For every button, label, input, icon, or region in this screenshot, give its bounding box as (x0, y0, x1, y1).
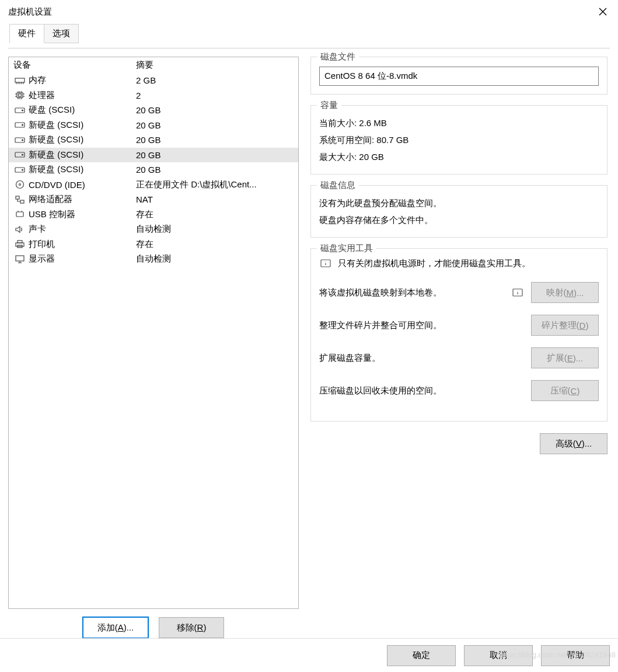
capacity-max-value: 20 GB (359, 152, 384, 162)
device-row[interactable]: 处理器2 (9, 88, 298, 103)
svg-rect-37 (16, 243, 24, 246)
utility-desc: 整理文件碎片并整合可用空间。 (319, 320, 524, 331)
add-button[interactable]: 添加(A)... (83, 617, 148, 638)
svg-rect-38 (18, 241, 22, 243)
device-row[interactable]: 声卡自动检测 (9, 222, 298, 237)
display-icon (13, 254, 26, 264)
device-row[interactable]: 显示器自动检测 (9, 252, 298, 267)
svg-rect-40 (16, 256, 24, 261)
content: 设备 摘要 内存2 GB处理器2硬盘 (SCSI)20 GB新硬盘 (SCSI)… (8, 48, 610, 638)
right-pane: 磁盘文件 CentOS 8 64 位-8.vmdk 容量 当前大小: 2.6 M… (310, 57, 610, 638)
dialog-footer: 确定 取消 帮助 (0, 638, 618, 672)
device-summary: 20 GB (136, 135, 294, 145)
device-summary: NAT (136, 194, 294, 204)
device-summary: 2 (136, 90, 294, 100)
help-button[interactable]: 帮助 (541, 645, 610, 666)
capacity-current-label: 当前大小: (319, 118, 357, 128)
device-name: 新硬盘 (SCSI) (29, 164, 136, 175)
device-row[interactable]: 新硬盘 (SCSI)20 GB (9, 148, 298, 163)
map-icon (511, 287, 524, 298)
device-row[interactable]: 新硬盘 (SCSI)20 GB (9, 133, 298, 148)
utility-button[interactable]: 映射(M)... (531, 282, 599, 303)
capacity-legend: 容量 (317, 100, 341, 111)
utilities-notice-text: 只有关闭虚拟机电源时，才能使用磁盘实用工具。 (338, 258, 530, 269)
svg-rect-34 (16, 212, 23, 217)
utility-button[interactable]: 扩展(E)... (531, 347, 599, 368)
device-row[interactable]: USB 控制器存在 (9, 207, 298, 222)
utility-button[interactable]: 压缩(C) (531, 380, 599, 401)
header-device: 设备 (13, 60, 136, 71)
disk-icon (13, 149, 26, 160)
capacity-free: 系统可用空间: 80.7 GB (319, 132, 599, 149)
disk-file-legend: 磁盘文件 (317, 51, 359, 62)
capacity-free-value: 80.7 GB (376, 135, 408, 145)
device-summary: 20 GB (136, 165, 294, 175)
utility-desc: 扩展磁盘容量。 (319, 353, 524, 364)
device-name: 声卡 (29, 224, 136, 235)
net-icon (13, 194, 26, 205)
close-button[interactable] (596, 5, 610, 19)
tab-hardware-label: 硬件 (18, 28, 36, 38)
device-row[interactable]: CD/DVD (IDE)正在使用文件 D:\虚拟机\Cent... (9, 177, 298, 193)
device-name: CD/DVD (IDE) (29, 180, 136, 190)
disk-icon (13, 105, 26, 116)
capacity-max: 最大大小: 20 GB (319, 149, 599, 166)
cpu-icon (13, 90, 26, 100)
capacity-group: 容量 当前大小: 2.6 MB 系统可用空间: 80.7 GB 最大大小: 20… (310, 105, 607, 175)
device-name: 打印机 (29, 239, 136, 250)
device-summary: 20 GB (136, 150, 294, 160)
cancel-button[interactable]: 取消 (464, 645, 533, 666)
disk-file-group: 磁盘文件 CentOS 8 64 位-8.vmdk (310, 57, 607, 95)
advanced-button[interactable]: 高级(V)... (540, 433, 607, 454)
capacity-max-label: 最大大小: (319, 152, 357, 162)
disk-icon (13, 165, 26, 175)
advanced-row: 高级(V)... (310, 432, 607, 454)
device-name: 网络适配器 (29, 194, 136, 205)
svg-point-27 (22, 154, 23, 155)
device-summary: 20 GB (136, 105, 294, 115)
svg-rect-2 (15, 78, 25, 82)
ok-button[interactable]: 确定 (387, 645, 456, 666)
device-list: 设备 摘要 内存2 GB处理器2硬盘 (SCSI)20 GB新硬盘 (SCSI)… (8, 57, 299, 609)
device-row[interactable]: 网络适配器NAT (9, 192, 298, 207)
capacity-current: 当前大小: 2.6 MB (319, 115, 599, 132)
device-summary: 20 GB (136, 120, 294, 130)
header-summary: 摘要 (136, 60, 294, 71)
tabs: 硬件 选项 (0, 23, 618, 43)
printer-icon (13, 239, 26, 249)
remove-button[interactable]: 移除(R) (159, 617, 224, 638)
device-row[interactable]: 打印机存在 (9, 237, 298, 252)
svg-rect-32 (16, 196, 19, 199)
cd-icon (13, 179, 26, 190)
tab-options-label: 选项 (53, 28, 70, 38)
device-name: 处理器 (29, 90, 136, 101)
tab-hardware[interactable]: 硬件 (9, 24, 44, 43)
disk-icon (13, 120, 26, 130)
utility-row: 压缩磁盘以回收未使用的空间。压缩(C) (319, 380, 599, 401)
device-summary: 存在 (136, 209, 294, 220)
close-icon (598, 7, 607, 16)
device-name: 显示器 (29, 253, 136, 264)
device-row[interactable]: 硬盘 (SCSI)20 GB (9, 103, 298, 118)
device-list-header: 设备 摘要 (9, 57, 298, 73)
utilities-legend: 磁盘实用工具 (317, 243, 376, 254)
utility-desc: 压缩磁盘以回收未使用的空间。 (319, 385, 524, 396)
device-row[interactable]: 内存2 GB (9, 73, 298, 88)
svg-rect-9 (19, 94, 22, 96)
svg-point-21 (22, 110, 23, 111)
svg-point-31 (19, 184, 21, 186)
device-row[interactable]: 新硬盘 (SCSI)20 GB (9, 162, 298, 177)
utility-desc: 将该虚拟机磁盘映射到本地卷。 (319, 287, 504, 298)
svg-point-30 (16, 181, 24, 189)
utility-button[interactable]: 碎片整理(D) (531, 315, 599, 336)
disk-file-input[interactable]: CentOS 8 64 位-8.vmdk (319, 67, 599, 86)
utilities-group: 磁盘实用工具 只有关闭虚拟机电源时，才能使用磁盘实用工具。 将该虚拟机磁盘映射到… (310, 248, 607, 422)
info-icon (319, 258, 332, 269)
capacity-free-label: 系统可用空间: (319, 135, 374, 145)
tab-options[interactable]: 选项 (44, 24, 79, 43)
device-name: 新硬盘 (SCSI) (29, 120, 136, 131)
device-row[interactable]: 新硬盘 (SCSI)20 GB (9, 118, 298, 133)
device-name: 新硬盘 (SCSI) (29, 134, 136, 145)
sound-icon (13, 224, 26, 235)
disk-icon (13, 135, 26, 145)
